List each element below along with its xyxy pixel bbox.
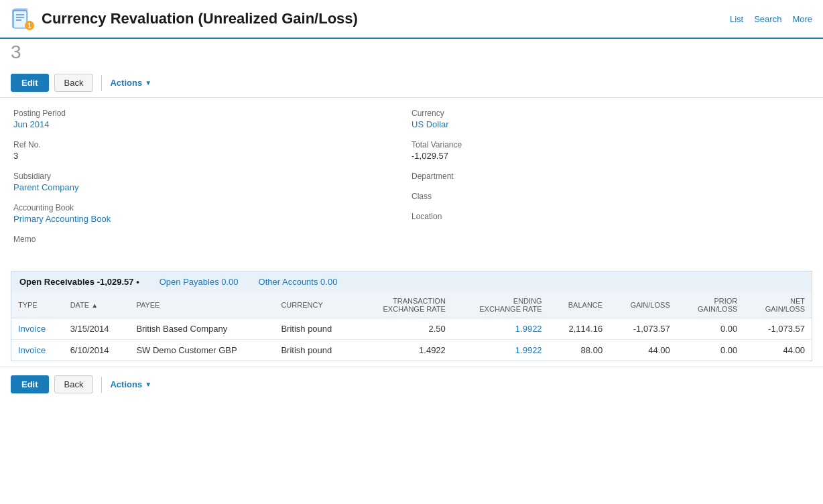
bottom-toolbar: Edit Back Actions ▼ bbox=[0, 367, 823, 401]
table-row: Invoice6/10/2014SW Demo Customer GBPBrit… bbox=[11, 340, 812, 361]
svg-rect-2 bbox=[13, 11, 27, 28]
accounting-book-value[interactable]: Primary Accounting Book bbox=[13, 214, 398, 224]
col-transaction-exchange-rate: TRANSACTIONEXCHANGE RATE bbox=[356, 292, 452, 318]
ref-no-label: Ref No. bbox=[13, 140, 398, 149]
cell-transaction-exchange-rate: 1.4922 bbox=[356, 340, 452, 361]
accounting-book-group: Accounting Book Primary Accounting Book bbox=[13, 203, 412, 224]
actions-button[interactable]: Actions ▼ bbox=[110, 78, 151, 88]
tab-open-receivables[interactable]: Open Receivables -1,029.57 • bbox=[19, 277, 139, 287]
class-group: Class bbox=[412, 192, 810, 201]
table-container: TYPE DATE ▲ PAYEE CURRENCY TRANSACTIONEX… bbox=[11, 292, 812, 361]
cell-prior-gain-loss: 0.00 bbox=[677, 318, 745, 340]
nav-list-link[interactable]: List bbox=[730, 14, 743, 24]
cell-balance: 88.00 bbox=[549, 340, 610, 361]
total-variance-group: Total Variance -1,029.57 bbox=[412, 140, 810, 161]
top-bar: 1 Currency Revaluation (Unrealized Gain/… bbox=[0, 0, 823, 39]
cell-prior-gain-loss: 0.00 bbox=[677, 340, 745, 361]
tab-open-payables-label: Open Payables bbox=[160, 277, 222, 287]
cell-payee: British Based Company bbox=[129, 318, 274, 340]
cell-date: 3/15/2014 bbox=[64, 318, 130, 340]
tab-open-receivables-bullet: • bbox=[136, 277, 139, 287]
toolbar-divider bbox=[101, 75, 102, 91]
department-label: Department bbox=[412, 172, 796, 181]
cell-payee: SW Demo Customer GBP bbox=[129, 340, 274, 361]
bottom-toolbar-divider bbox=[101, 377, 102, 393]
accounting-book-label: Accounting Book bbox=[13, 203, 398, 212]
col-net-gain-loss: NETGAIN/LOSS bbox=[744, 292, 812, 318]
col-payee: PAYEE bbox=[129, 292, 274, 318]
posting-period-group: Posting Period Jun 2014 bbox=[13, 109, 412, 129]
tab-other-accounts-value: 0.00 bbox=[320, 277, 337, 287]
currency-group: Currency US Dollar bbox=[412, 109, 810, 129]
location-label: Location bbox=[412, 212, 796, 221]
posting-period-label: Posting Period bbox=[13, 109, 398, 118]
cell-ending-exchange-rate: 1.9922 bbox=[452, 340, 549, 361]
memo-label: Memo bbox=[13, 235, 398, 244]
cell-ending-exchange-rate: 1.9922 bbox=[452, 318, 549, 340]
record-number: 3 bbox=[0, 39, 823, 68]
cell-balance: 2,114.16 bbox=[549, 318, 610, 340]
col-type: TYPE bbox=[11, 292, 64, 318]
sort-arrow-icon: ▲ bbox=[91, 302, 98, 309]
memo-group: Memo bbox=[13, 235, 412, 244]
bottom-actions-button[interactable]: Actions ▼ bbox=[110, 379, 151, 389]
cell-gain-loss: -1,073.57 bbox=[609, 318, 677, 340]
tabs-header: Open Receivables -1,029.57 • Open Payabl… bbox=[11, 271, 812, 292]
cell-date: 6/10/2014 bbox=[64, 340, 130, 361]
tab-open-payables[interactable]: Open Payables 0.00 bbox=[160, 277, 239, 287]
nav-search-link[interactable]: Search bbox=[754, 14, 781, 24]
tab-other-accounts-label: Other Accounts bbox=[259, 277, 321, 287]
bottom-actions-caret-icon: ▼ bbox=[145, 381, 151, 388]
svg-text:1: 1 bbox=[27, 22, 31, 29]
total-variance-label: Total Variance bbox=[412, 140, 796, 149]
actions-caret-icon: ▼ bbox=[145, 79, 151, 86]
tabs-section: Open Receivables -1,029.57 • Open Payabl… bbox=[11, 271, 812, 361]
subsidiary-group: Subsidiary Parent Company bbox=[13, 172, 412, 192]
tab-open-receivables-value: -1,029.57 bbox=[97, 277, 134, 287]
tab-open-payables-value: 0.00 bbox=[221, 277, 238, 287]
cell-net-gain-loss: 44.00 bbox=[744, 340, 812, 361]
tab-other-accounts[interactable]: Other Accounts 0.00 bbox=[259, 277, 338, 287]
top-bar-left: 1 Currency Revaluation (Unrealized Gain/… bbox=[11, 7, 358, 31]
ref-no-group: Ref No. 3 bbox=[13, 140, 412, 161]
nav-more-link[interactable]: More bbox=[792, 14, 812, 24]
posting-period-value[interactable]: Jun 2014 bbox=[13, 119, 398, 129]
table-header-row: TYPE DATE ▲ PAYEE CURRENCY TRANSACTIONEX… bbox=[11, 292, 812, 318]
col-gain-loss: GAIN/LOSS bbox=[609, 292, 677, 318]
cell-type[interactable]: Invoice bbox=[11, 340, 64, 361]
cell-type[interactable]: Invoice bbox=[11, 318, 64, 340]
page-title: Currency Revaluation (Unrealized Gain/Lo… bbox=[42, 10, 358, 27]
page-icon: 1 bbox=[11, 7, 35, 31]
top-toolbar: Edit Back Actions ▼ bbox=[0, 68, 823, 98]
class-label: Class bbox=[412, 192, 796, 201]
data-table: TYPE DATE ▲ PAYEE CURRENCY TRANSACTIONEX… bbox=[11, 292, 812, 361]
cell-currency: British pound bbox=[274, 340, 356, 361]
subsidiary-value[interactable]: Parent Company bbox=[13, 182, 398, 192]
subsidiary-label: Subsidiary bbox=[13, 172, 398, 181]
col-ending-exchange-rate: ENDINGEXCHANGE RATE bbox=[452, 292, 549, 318]
ref-no-value: 3 bbox=[13, 151, 398, 161]
total-variance-value: -1,029.57 bbox=[412, 151, 796, 161]
department-group: Department bbox=[412, 172, 810, 181]
edit-button[interactable]: Edit bbox=[11, 74, 49, 92]
location-group: Location bbox=[412, 212, 810, 221]
right-column: Currency US Dollar Total Variance -1,029… bbox=[412, 109, 810, 255]
col-prior-gain-loss: PRIORGAIN/LOSS bbox=[677, 292, 745, 318]
form-section: Posting Period Jun 2014 Ref No. 3 Subsid… bbox=[0, 98, 823, 265]
bottom-back-button[interactable]: Back bbox=[54, 375, 94, 393]
left-column: Posting Period Jun 2014 Ref No. 3 Subsid… bbox=[13, 109, 412, 255]
currency-value[interactable]: US Dollar bbox=[412, 119, 796, 129]
col-date[interactable]: DATE ▲ bbox=[64, 292, 130, 318]
back-button[interactable]: Back bbox=[54, 74, 94, 92]
col-balance: BALANCE bbox=[549, 292, 610, 318]
table-row: Invoice3/15/2014British Based CompanyBri… bbox=[11, 318, 812, 340]
cell-gain-loss: 44.00 bbox=[609, 340, 677, 361]
top-nav: List Search More bbox=[730, 14, 812, 24]
table-body: Invoice3/15/2014British Based CompanyBri… bbox=[11, 318, 812, 361]
currency-label: Currency bbox=[412, 109, 796, 118]
tab-open-receivables-label: Open Receivables bbox=[19, 277, 97, 287]
cell-currency: British pound bbox=[274, 318, 356, 340]
cell-transaction-exchange-rate: 2.50 bbox=[356, 318, 452, 340]
bottom-edit-button[interactable]: Edit bbox=[11, 375, 49, 393]
cell-net-gain-loss: -1,073.57 bbox=[744, 318, 812, 340]
